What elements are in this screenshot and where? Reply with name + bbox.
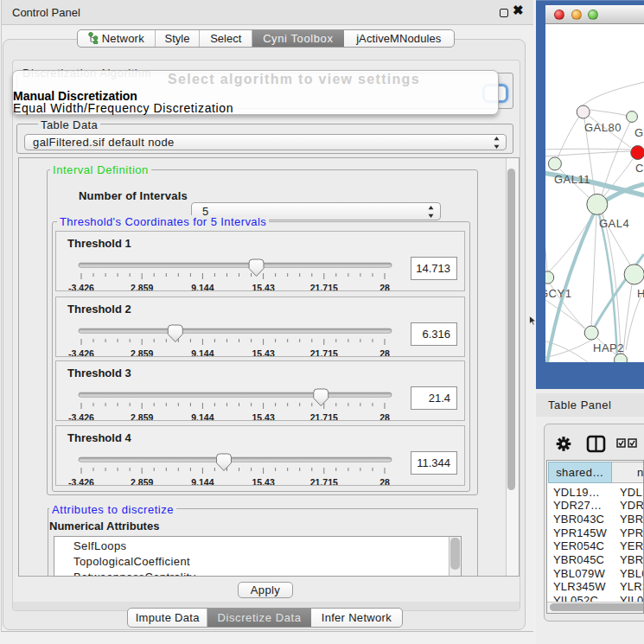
svg-text:2.859: 2.859 [131,348,153,357]
svg-text:21.715: 21.715 [310,477,338,486]
svg-text:15.43: 15.43 [252,348,274,357]
svg-text:15.43: 15.43 [252,477,274,486]
svg-text:H: H [637,287,644,300]
svg-text:2.859: 2.859 [131,477,153,486]
svg-text:-3.426: -3.426 [68,412,94,421]
svg-text:C: C [635,162,644,175]
svg-text:HAP2: HAP2 [593,341,624,354]
svg-text:-3.426: -3.426 [68,283,94,291]
svg-text:GAL11: GAL11 [554,173,590,186]
svg-text:28: 28 [379,283,390,291]
svg-text:2.859: 2.859 [131,283,153,291]
svg-text:9.144: 9.144 [191,477,214,486]
svg-text:28: 28 [379,412,390,421]
svg-text:21.715: 21.715 [310,348,338,357]
svg-text:9.144: 9.144 [191,348,214,357]
svg-text:9.144: 9.144 [191,283,214,291]
svg-text:GCY1: GCY1 [545,287,571,300]
svg-text:-3.426: -3.426 [68,477,94,486]
svg-text:2.859: 2.859 [131,412,153,421]
svg-text:28: 28 [379,348,390,357]
svg-text:9.144: 9.144 [191,412,214,421]
svg-text:G.: G. [634,126,644,139]
svg-text:GAL80: GAL80 [584,121,622,134]
svg-text:15.43: 15.43 [252,412,274,421]
svg-text:21.715: 21.715 [310,283,338,291]
svg-text:15.43: 15.43 [252,283,274,291]
svg-text:GAL4: GAL4 [599,217,629,230]
svg-text:28: 28 [379,477,390,486]
svg-text:-3.426: -3.426 [68,348,94,357]
svg-text:21.715: 21.715 [310,412,338,421]
